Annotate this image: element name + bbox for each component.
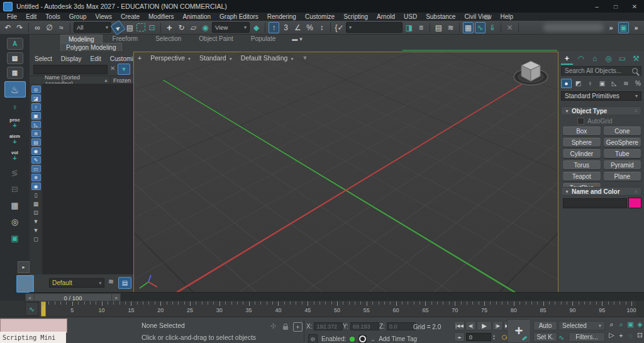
torus-button[interactable]: Torus (563, 160, 601, 169)
zoom-all-icon[interactable]: ⌕ (617, 320, 625, 329)
menu-item[interactable]: Animation (179, 13, 215, 20)
select-and-place-icon[interactable]: ◉ (200, 22, 211, 33)
maximize-button[interactable]: □ (606, 0, 625, 13)
explorer-menu[interactable]: Select (35, 55, 52, 62)
container-icon[interactable]: ◻ (31, 235, 41, 243)
filter-frozen-icon[interactable]: ❄ (31, 174, 41, 181)
explorer-menu[interactable]: Display (61, 55, 82, 62)
explorer-search-input[interactable] (33, 65, 108, 74)
zoom-extents-all-icon[interactable]: ◈ (636, 320, 644, 329)
filter-containers-icon[interactable]: ▭ (31, 165, 41, 172)
utilities-tab[interactable]: ⚒ (630, 53, 642, 64)
select-and-scale-icon[interactable]: ▱ (188, 22, 199, 33)
spacewarps-category-icon[interactable]: ≋ (621, 79, 631, 88)
menu-item[interactable]: Civil View (460, 13, 496, 20)
workspace-icon[interactable]: ▨ (484, 13, 490, 20)
filter-shapes-icon[interactable]: ✎ (31, 156, 41, 164)
next-frame-button[interactable]: |▶ (492, 321, 503, 330)
cone-button[interactable]: Cone (604, 127, 641, 135)
menu-item[interactable]: Group (65, 13, 91, 20)
undo-icon[interactable]: ↶ (3, 22, 13, 33)
viewport-pov-label[interactable]: Perspective (150, 54, 191, 62)
arnold-lpe-window-icon[interactable]: ▤ (7, 52, 23, 64)
bind-to-space-warp-icon[interactable]: ≈ (56, 22, 67, 33)
lights-category-icon[interactable]: ♀ (585, 79, 596, 88)
object-name-input[interactable] (563, 198, 627, 208)
scene-explorer-toggle-icon[interactable]: ▤ (118, 277, 131, 289)
render-presets-icon[interactable]: ✕ (504, 22, 515, 33)
arnold-renderview-icon[interactable]: A (7, 38, 23, 50)
menu-item[interactable]: Graph Editors (215, 13, 263, 20)
maxscript-mini-listener[interactable] (0, 318, 67, 333)
zoom-extents-icon[interactable]: ▣ (626, 320, 635, 329)
layout-dropdown[interactable]: Default ▾ (49, 278, 104, 288)
angle-snap-icon[interactable]: ∠ (292, 22, 303, 33)
filter-all-icon[interactable]: ◎ (31, 86, 41, 93)
play-button[interactable]: ▶ (477, 321, 492, 330)
filters-curve-icon[interactable]: ∿ (558, 334, 564, 342)
arnold-denoiser-icon[interactable]: ⊟ (5, 182, 25, 196)
tab-object-paint[interactable]: Object Paint (191, 35, 240, 43)
motion-tab[interactable]: ◎ (602, 53, 614, 64)
polygon-modeling-panel-tab[interactable]: Polygon Modeling (60, 43, 122, 52)
menu-item[interactable]: Arnold (372, 13, 399, 20)
current-frame-field[interactable]: 0 (466, 333, 491, 341)
time-slider-track[interactable]: < 0 / 100 > (30, 292, 644, 301)
viewcube[interactable] (511, 56, 550, 89)
display-children-icon[interactable]: ▦ (31, 200, 41, 208)
viewport-filter-icon[interactable]: ▼ (302, 55, 308, 61)
field-of-view-icon[interactable]: ▷ (608, 330, 616, 340)
perspective-viewport[interactable]: + Perspective Standard Default Shading ▼ (133, 52, 558, 293)
selection-filter-dropdown[interactable]: All (74, 22, 111, 33)
absolute-mode-toggle[interactable]: + (293, 322, 303, 332)
spinner-snap-icon[interactable]: ↕ (316, 22, 327, 33)
tube-button[interactable]: Tube (604, 149, 641, 158)
shapes-category-icon[interactable]: ◩ (573, 79, 584, 88)
curve-editor-icon[interactable]: ▦ (463, 22, 474, 33)
named-selection-dropdown[interactable] (346, 22, 402, 33)
menu-item[interactable]: Substance (421, 13, 460, 20)
use-selection-center-icon[interactable]: ↑ (269, 22, 279, 33)
window-crossing-icon[interactable]: ⊡ (147, 22, 157, 33)
create-tab[interactable]: + (561, 53, 573, 65)
tab-populate[interactable]: Populate (243, 35, 283, 43)
time-marker[interactable] (41, 301, 46, 317)
viewport-style-label[interactable]: Standard (199, 54, 232, 62)
arnold-flush-cache-icon[interactable]: ≶ (5, 166, 25, 179)
pyramid-button[interactable]: Pyramid (604, 160, 641, 169)
filter-groups-icon[interactable]: ▤ (31, 138, 41, 146)
explorer-object-list[interactable] (42, 84, 133, 274)
align-icon[interactable]: ≡ (416, 22, 426, 33)
zoom-icon[interactable]: ⌕ (608, 320, 616, 329)
arnold-volume-icon[interactable]: vol+ (5, 149, 25, 163)
filter-xrefs-icon[interactable]: ◉ (31, 147, 41, 155)
clear-search-icon[interactable]: ✕ (110, 65, 115, 72)
filter-funnel-config-icon[interactable]: ▼ (31, 227, 41, 234)
select-and-rotate-icon[interactable]: ↻ (176, 22, 187, 33)
autogrid-checkbox[interactable]: AutoGrid (577, 118, 612, 125)
display-expand-icon[interactable]: ⊡ (31, 209, 41, 216)
use-pivot-point-icon[interactable]: ◆ (251, 22, 262, 33)
search-all-objects-input[interactable]: Search All Objects... (561, 66, 641, 76)
name-and-color-rollout[interactable]: ▼ Name and Color ≡ (561, 187, 641, 196)
key-mode-toggle[interactable]: ◂▸ (454, 332, 465, 342)
arnold-operator-icon[interactable]: ▣ (5, 231, 25, 245)
filter-hidden-icon[interactable]: ◉ (31, 183, 41, 190)
sphere-button[interactable]: Sphere (563, 138, 601, 147)
menu-item[interactable]: Modifiers (144, 13, 179, 20)
auto-key-button[interactable]: Auto (533, 321, 557, 330)
tab-freeform[interactable]: Freeform (105, 35, 146, 43)
menu-item[interactable]: Views (91, 13, 117, 20)
explorer-menu[interactable]: Edit (91, 55, 101, 62)
cameras-category-icon[interactable]: ▣ (597, 79, 608, 88)
rectangular-selection-region-icon[interactable] (136, 23, 145, 31)
select-and-link-icon[interactable]: ∞ (32, 22, 43, 33)
previous-frame-button[interactable]: ◀| (465, 321, 476, 330)
pan-icon[interactable]: + (617, 330, 625, 340)
close-button[interactable]: ✕ (625, 0, 644, 13)
menu-item[interactable]: Customize (301, 13, 339, 20)
modify-tab[interactable]: ◠ (575, 53, 587, 64)
layer-manager-icon[interactable]: ≋ (445, 22, 456, 33)
object-type-rollout[interactable]: ▼ Object Type ≡ (561, 106, 641, 115)
mini-curve-editor-icon[interactable]: ∿ (25, 302, 38, 316)
